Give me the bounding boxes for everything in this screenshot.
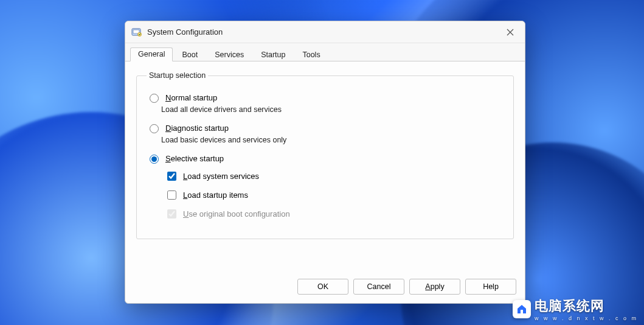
tab-startup[interactable]: Startup [253,48,293,61]
close-button[interactable] [498,23,522,42]
msconfig-icon [131,27,142,38]
watermark-icon [513,300,531,318]
startup-selection-group: Startup selection NNormal startupormal s… [136,71,514,239]
ok-button[interactable]: OK [297,279,348,295]
watermark-text: 电脑系统网 [535,298,604,313]
checkbox-load-system-services[interactable] [167,172,176,181]
tabstrip: General Boot Services Startup Tools [125,43,525,61]
radio-diagnostic-startup[interactable] [150,124,159,133]
label-load-system-services[interactable]: Load system services [183,172,259,181]
label-use-original-boot: Use original boot configuration [183,209,290,218]
checkbox-use-original-boot [167,209,176,218]
desc-diagnostic-startup: Load basic devices and services only [161,136,504,144]
group-legend: Startup selection [147,71,208,80]
close-icon [507,29,514,36]
desc-normal-startup: Load all device drivers and services [161,105,504,114]
tab-boot[interactable]: Boot [174,48,206,61]
tab-services[interactable]: Services [207,48,252,61]
tab-general[interactable]: General [130,47,173,61]
radio-normal-startup[interactable] [150,94,159,103]
label-selective-startup[interactable]: Selective startup [165,154,224,163]
tab-panel-general: Startup selection NNormal startupormal s… [125,61,525,273]
system-configuration-window: System Configuration General Boot Servic… [125,21,525,304]
svg-rect-3 [521,310,523,313]
help-button[interactable]: Help [465,279,516,295]
window-title: System Configuration [147,27,498,37]
tab-tools[interactable]: Tools [294,48,328,61]
watermark: 电脑系统网 w w w . d n x t w . c o m [513,297,638,321]
watermark-url: w w w . d n x t w . c o m [535,315,638,321]
label-normal-startup[interactable]: NNormal startupormal startup [165,93,217,102]
checkbox-load-startup-items[interactable] [167,190,176,200]
dialog-footer: OK Cancel Apply Help [125,273,525,303]
titlebar: System Configuration [125,21,525,43]
apply-button[interactable]: Apply [409,279,460,295]
label-load-startup-items[interactable]: Load startup items [183,190,248,200]
radio-selective-startup[interactable] [150,155,159,164]
cancel-button[interactable]: Cancel [353,279,404,295]
label-diagnostic-startup[interactable]: Diagnostic startup [165,124,229,133]
